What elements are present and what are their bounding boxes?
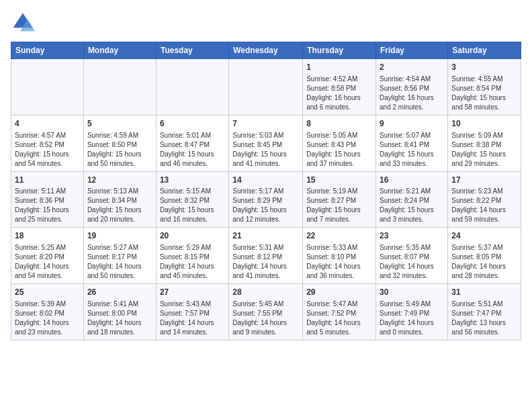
day-content: Sunrise: 4:57 AM Sunset: 8:52 PM Dayligh… [15, 131, 80, 169]
day-content: Sunrise: 5:01 AM Sunset: 8:47 PM Dayligh… [160, 131, 225, 169]
day-number: 29 [306, 287, 372, 298]
day-number: 1 [306, 62, 372, 73]
calendar-cell [156, 59, 228, 116]
calendar-cell: 16Sunrise: 5:21 AM Sunset: 8:24 PM Dayli… [376, 171, 448, 228]
weekday-header-wednesday: Wednesday [229, 42, 303, 59]
day-content: Sunrise: 5:03 AM Sunset: 8:45 PM Dayligh… [232, 131, 299, 169]
day-content: Sunrise: 5:09 AM Sunset: 8:38 PM Dayligh… [451, 131, 517, 169]
day-number: 30 [380, 287, 444, 298]
day-content: Sunrise: 5:47 AM Sunset: 7:52 PM Dayligh… [306, 300, 372, 337]
calendar-header: SundayMondayTuesdayWednesdayThursdayFrid… [11, 42, 521, 59]
day-content: Sunrise: 5:41 AM Sunset: 8:00 PM Dayligh… [87, 300, 152, 337]
calendar-week-row: 25Sunrise: 5:39 AM Sunset: 8:02 PM Dayli… [11, 284, 521, 340]
calendar-cell: 21Sunrise: 5:31 AM Sunset: 8:12 PM Dayli… [229, 228, 303, 284]
day-content: Sunrise: 5:17 AM Sunset: 8:29 PM Dayligh… [232, 187, 299, 224]
day-content: Sunrise: 5:19 AM Sunset: 8:27 PM Dayligh… [306, 187, 372, 224]
day-number: 19 [87, 230, 152, 242]
day-number: 22 [306, 230, 372, 242]
day-number: 25 [15, 287, 80, 298]
calendar-cell: 6Sunrise: 5:01 AM Sunset: 8:47 PM Daylig… [156, 115, 228, 171]
day-content: Sunrise: 5:43 AM Sunset: 7:57 PM Dayligh… [160, 300, 225, 337]
day-number: 13 [160, 175, 225, 186]
calendar-cell: 7Sunrise: 5:03 AM Sunset: 8:45 PM Daylig… [229, 115, 303, 171]
day-number: 16 [380, 175, 444, 186]
day-number: 20 [160, 230, 225, 242]
day-number: 8 [306, 118, 372, 130]
calendar-cell: 18Sunrise: 5:25 AM Sunset: 8:20 PM Dayli… [11, 228, 84, 284]
day-number: 5 [87, 118, 152, 130]
calendar-cell: 15Sunrise: 5:19 AM Sunset: 8:27 PM Dayli… [303, 171, 376, 228]
calendar-cell: 11Sunrise: 5:11 AM Sunset: 8:36 PM Dayli… [11, 171, 84, 228]
calendar-cell: 24Sunrise: 5:37 AM Sunset: 8:05 PM Dayli… [448, 228, 521, 284]
day-number: 18 [15, 230, 80, 242]
calendar-cell: 19Sunrise: 5:27 AM Sunset: 8:17 PM Dayli… [83, 228, 156, 284]
day-number: 7 [232, 118, 299, 130]
calendar-cell: 12Sunrise: 5:13 AM Sunset: 8:34 PM Dayli… [83, 171, 156, 228]
day-content: Sunrise: 5:51 AM Sunset: 7:47 PM Dayligh… [451, 300, 517, 337]
calendar-cell: 1Sunrise: 4:52 AM Sunset: 8:58 PM Daylig… [303, 59, 376, 116]
calendar-cell: 2Sunrise: 4:54 AM Sunset: 8:56 PM Daylig… [376, 59, 448, 116]
day-content: Sunrise: 5:49 AM Sunset: 7:49 PM Dayligh… [380, 300, 444, 337]
calendar-cell: 13Sunrise: 5:15 AM Sunset: 8:32 PM Dayli… [156, 171, 228, 228]
day-content: Sunrise: 5:13 AM Sunset: 8:34 PM Dayligh… [87, 187, 152, 224]
calendar-cell: 14Sunrise: 5:17 AM Sunset: 8:29 PM Dayli… [229, 171, 303, 228]
day-content: Sunrise: 5:07 AM Sunset: 8:41 PM Dayligh… [380, 131, 444, 169]
calendar-cell: 5Sunrise: 4:59 AM Sunset: 8:50 PM Daylig… [83, 115, 156, 171]
calendar-week-row: 18Sunrise: 5:25 AM Sunset: 8:20 PM Dayli… [11, 228, 521, 284]
day-content: Sunrise: 5:45 AM Sunset: 7:55 PM Dayligh… [232, 300, 299, 337]
day-content: Sunrise: 5:11 AM Sunset: 8:36 PM Dayligh… [15, 187, 80, 224]
day-number: 28 [232, 287, 299, 298]
weekday-header-friday: Friday [376, 42, 448, 59]
logo-icon [11, 11, 35, 35]
calendar-cell: 10Sunrise: 5:09 AM Sunset: 8:38 PM Dayli… [448, 115, 521, 171]
calendar-week-row: 4Sunrise: 4:57 AM Sunset: 8:52 PM Daylig… [11, 115, 521, 171]
day-number: 4 [15, 118, 80, 130]
day-content: Sunrise: 5:15 AM Sunset: 8:32 PM Dayligh… [160, 187, 225, 224]
day-content: Sunrise: 5:05 AM Sunset: 8:43 PM Dayligh… [306, 131, 372, 169]
calendar-cell: 22Sunrise: 5:33 AM Sunset: 8:10 PM Dayli… [303, 228, 376, 284]
day-content: Sunrise: 5:37 AM Sunset: 8:05 PM Dayligh… [451, 243, 517, 281]
calendar-table: SundayMondayTuesdayWednesdayThursdayFrid… [11, 42, 521, 340]
calendar-cell: 20Sunrise: 5:29 AM Sunset: 8:15 PM Dayli… [156, 228, 228, 284]
day-number: 11 [15, 175, 80, 186]
day-content: Sunrise: 5:33 AM Sunset: 8:10 PM Dayligh… [306, 243, 372, 281]
day-number: 21 [232, 230, 299, 242]
day-number: 27 [160, 287, 225, 298]
calendar-cell: 29Sunrise: 5:47 AM Sunset: 7:52 PM Dayli… [303, 284, 376, 340]
day-number: 14 [232, 175, 299, 186]
day-content: Sunrise: 4:55 AM Sunset: 8:54 PM Dayligh… [451, 75, 517, 112]
day-content: Sunrise: 5:25 AM Sunset: 8:20 PM Dayligh… [15, 243, 80, 281]
calendar-cell: 9Sunrise: 5:07 AM Sunset: 8:41 PM Daylig… [376, 115, 448, 171]
day-content: Sunrise: 5:31 AM Sunset: 8:12 PM Dayligh… [232, 243, 299, 281]
calendar-cell: 23Sunrise: 5:35 AM Sunset: 8:07 PM Dayli… [376, 228, 448, 284]
weekday-header-monday: Monday [83, 42, 156, 59]
calendar-cell: 8Sunrise: 5:05 AM Sunset: 8:43 PM Daylig… [303, 115, 376, 171]
day-number: 23 [380, 230, 444, 242]
day-number: 12 [87, 175, 152, 186]
calendar-cell: 28Sunrise: 5:45 AM Sunset: 7:55 PM Dayli… [229, 284, 303, 340]
day-content: Sunrise: 5:27 AM Sunset: 8:17 PM Dayligh… [87, 243, 152, 281]
weekday-header-tuesday: Tuesday [156, 42, 228, 59]
calendar-week-row: 11Sunrise: 5:11 AM Sunset: 8:36 PM Dayli… [11, 171, 521, 228]
day-content: Sunrise: 4:59 AM Sunset: 8:50 PM Dayligh… [87, 131, 152, 169]
calendar-body: 1Sunrise: 4:52 AM Sunset: 8:58 PM Daylig… [11, 59, 521, 340]
calendar-cell: 4Sunrise: 4:57 AM Sunset: 8:52 PM Daylig… [11, 115, 84, 171]
day-number: 31 [451, 287, 517, 298]
day-content: Sunrise: 5:29 AM Sunset: 8:15 PM Dayligh… [160, 243, 225, 281]
day-content: Sunrise: 5:39 AM Sunset: 8:02 PM Dayligh… [15, 300, 80, 337]
day-number: 6 [160, 118, 225, 130]
day-number: 9 [380, 118, 444, 130]
day-number: 3 [451, 62, 517, 73]
logo [11, 11, 38, 35]
calendar-cell [229, 59, 303, 116]
day-content: Sunrise: 5:35 AM Sunset: 8:07 PM Dayligh… [380, 243, 444, 281]
calendar-cell: 31Sunrise: 5:51 AM Sunset: 7:47 PM Dayli… [448, 284, 521, 340]
day-number: 24 [451, 230, 517, 242]
day-number: 2 [380, 62, 444, 73]
weekday-header-row: SundayMondayTuesdayWednesdayThursdayFrid… [11, 42, 521, 59]
weekday-header-sunday: Sunday [11, 42, 84, 59]
calendar-cell: 17Sunrise: 5:23 AM Sunset: 8:22 PM Dayli… [448, 171, 521, 228]
calendar-cell: 27Sunrise: 5:43 AM Sunset: 7:57 PM Dayli… [156, 284, 228, 340]
day-number: 15 [306, 175, 372, 186]
day-number: 10 [451, 118, 517, 130]
